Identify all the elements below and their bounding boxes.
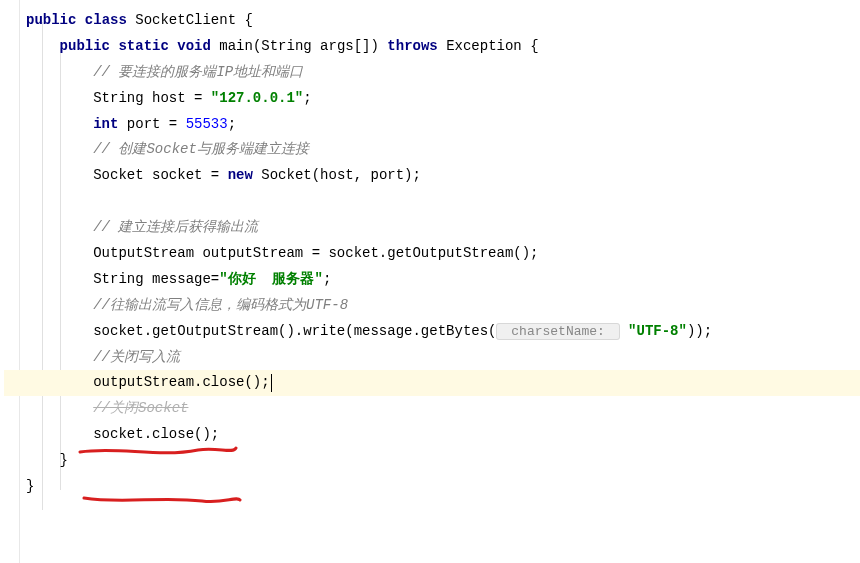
code-line-11[interactable]: String message="你好 服务器";: [26, 267, 860, 293]
code-line-1[interactable]: public class SocketClient {: [26, 8, 860, 34]
statement-pre: socket.getOutputStream().write(message.g…: [93, 323, 496, 339]
string-literal: "你好 服务器": [219, 271, 323, 287]
semicolon: ;: [303, 90, 311, 106]
keyword-new: new: [228, 167, 253, 183]
keyword-public: public: [60, 38, 110, 54]
statement: OutputStream outputStream = socket.getOu…: [93, 245, 538, 261]
brace: {: [236, 12, 253, 28]
text-cursor: [271, 374, 272, 392]
code-editor[interactable]: public class SocketClient { public stati…: [26, 8, 860, 500]
comment-struck: //关闭Socket: [93, 400, 188, 416]
code-line-10[interactable]: OutputStream outputStream = socket.getOu…: [26, 241, 860, 267]
keyword-static: static: [118, 38, 168, 54]
code-line-19[interactable]: }: [26, 474, 860, 500]
var-decl: port =: [118, 116, 185, 132]
keyword-void: void: [177, 38, 211, 54]
statement: outputStream.close();: [93, 374, 269, 390]
number-literal: 55533: [186, 116, 228, 132]
comment: // 创建Socket与服务端建立连接: [93, 141, 309, 157]
string-literal: "UTF-8": [628, 323, 687, 339]
class-name: SocketClient: [135, 12, 236, 28]
type: Socket: [93, 167, 143, 183]
parameter-hint: charsetName:: [496, 323, 619, 340]
semicolon: ;: [228, 116, 236, 132]
code-line-16[interactable]: //关闭Socket: [26, 396, 860, 422]
comment: // 建立连接后获得输出流: [93, 219, 258, 235]
code-line-14[interactable]: //关闭写入流: [26, 345, 860, 371]
code-line-8[interactable]: [26, 189, 860, 215]
comment: //关闭写入流: [93, 349, 180, 365]
constructor-call: Socket(host, port);: [253, 167, 421, 183]
code-line-15-highlighted[interactable]: outputStream.close();: [4, 370, 860, 396]
keyword-int: int: [93, 116, 118, 132]
exception-type: Exception: [446, 38, 522, 54]
code-line-6[interactable]: // 创建Socket与服务端建立连接: [26, 137, 860, 163]
keyword-class: class: [85, 12, 127, 28]
comment: // 要连接的服务端IP地址和端口: [93, 64, 303, 80]
statement-post: ));: [687, 323, 712, 339]
code-line-2[interactable]: public static void main(String args[]) t…: [26, 34, 860, 60]
code-line-4[interactable]: String host = "127.0.0.1";: [26, 86, 860, 112]
code-line-17[interactable]: socket.close();: [26, 422, 860, 448]
code-line-5[interactable]: int port = 55533;: [26, 112, 860, 138]
string-literal: "127.0.0.1": [211, 90, 303, 106]
gutter: [0, 0, 20, 563]
type: String: [93, 90, 143, 106]
code-line-18[interactable]: }: [26, 448, 860, 474]
statement: socket.close();: [93, 426, 219, 442]
keyword-public: public: [26, 12, 76, 28]
code-line-7[interactable]: Socket socket = new Socket(host, port);: [26, 163, 860, 189]
params: (String args[]): [253, 38, 379, 54]
close-brace: }: [60, 452, 68, 468]
var-decl: socket =: [144, 167, 228, 183]
brace: {: [522, 38, 539, 54]
code-line-3[interactable]: // 要连接的服务端IP地址和端口: [26, 60, 860, 86]
type: String: [93, 271, 143, 287]
code-line-12[interactable]: //往输出流写入信息，编码格式为UTF-8: [26, 293, 860, 319]
var-decl: message=: [144, 271, 220, 287]
semicolon: ;: [323, 271, 331, 287]
close-brace: }: [26, 478, 34, 494]
comment: //往输出流写入信息，编码格式为UTF-8: [93, 297, 348, 313]
code-line-13[interactable]: socket.getOutputStream().write(message.g…: [26, 319, 860, 345]
code-line-9[interactable]: // 建立连接后获得输出流: [26, 215, 860, 241]
var-decl: host =: [144, 90, 211, 106]
keyword-throws: throws: [387, 38, 437, 54]
method-name: main: [219, 38, 253, 54]
